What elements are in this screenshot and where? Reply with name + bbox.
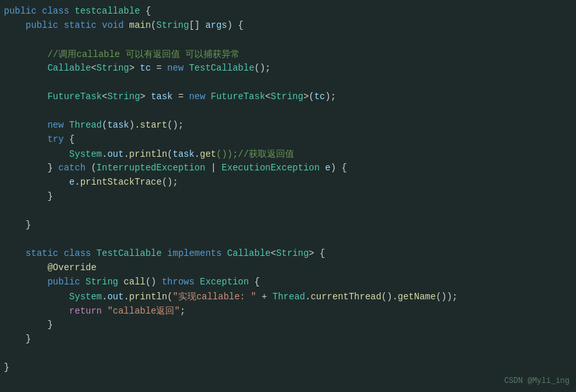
token: tc — [140, 63, 151, 73]
token: { — [63, 134, 75, 144]
token: task — [173, 149, 195, 159]
token: String — [271, 91, 303, 102]
code-line: return "callable返回"; — [0, 305, 576, 319]
token: @Override — [47, 262, 97, 273]
token: String — [108, 91, 140, 102]
line-content — [0, 34, 576, 45]
token: ) { — [227, 20, 244, 30]
token — [4, 20, 26, 30]
token: > { — [309, 248, 325, 259]
token — [4, 63, 47, 73]
line-content: try { — [0, 134, 576, 144]
token: ExecutionException — [222, 163, 319, 173]
line-content: //调用callable 可以有返回值 可以捕获异常 — [0, 49, 576, 60]
token: } — [26, 334, 31, 344]
token — [4, 191, 47, 202]
code-line: } — [0, 333, 576, 347]
token: } — [47, 319, 52, 330]
token: TestCallable — [189, 63, 255, 73]
line-content — [0, 77, 576, 87]
token: public — [26, 20, 64, 30]
line-content: } catch (InterruptedException | Executio… — [0, 163, 576, 173]
line-content: System.out.println(task.get());//获取返回值 — [0, 148, 576, 160]
token: out — [108, 149, 124, 159]
token: testcallable — [75, 6, 140, 16]
line-content: } — [0, 191, 576, 202]
token: ()); — [436, 292, 458, 302]
token: Callable — [47, 63, 91, 73]
token: < — [91, 63, 96, 73]
token: task — [151, 91, 173, 102]
line-content — [0, 205, 576, 216]
code-line: Callable<String> tc = new TestCallable()… — [0, 62, 576, 76]
token — [4, 91, 47, 102]
line-content: return "callable返回"; — [0, 305, 576, 317]
token: String — [276, 248, 308, 259]
watermark: CSDN @Myli_ing — [504, 376, 570, 386]
token: >( — [303, 91, 314, 102]
token — [4, 220, 26, 230]
code-line: //调用callable 可以有返回值 可以捕获异常 — [0, 48, 576, 62]
line-content: } — [0, 220, 576, 230]
code-line: public String call() throws Exception { — [0, 276, 576, 290]
token: tc — [314, 91, 325, 102]
line-content: static class TestCallable implements Cal… — [0, 248, 576, 259]
token: class — [42, 6, 75, 16]
token — [4, 177, 69, 187]
code-line: e.printStackTrace(); — [0, 176, 576, 190]
token: } — [47, 163, 58, 173]
code-line — [0, 233, 576, 248]
token: e — [325, 163, 330, 173]
token: getName — [398, 292, 436, 302]
token: . — [102, 149, 107, 159]
code-line: } — [0, 319, 576, 333]
token: ());//获取返回值 — [216, 149, 294, 159]
code-line: public class testcallable { — [0, 5, 576, 19]
token: String — [97, 63, 129, 73]
code-line — [0, 76, 576, 91]
token — [4, 49, 47, 60]
line-content: } — [0, 334, 576, 344]
token: ) { — [330, 163, 347, 173]
token — [4, 262, 47, 273]
code-line: public static void main(String[] args) { — [0, 19, 576, 34]
token — [4, 334, 26, 344]
token: main — [129, 20, 151, 30]
token: //调用callable 可以有返回值 可以捕获异常 — [47, 49, 240, 60]
token: System — [69, 292, 102, 302]
code-line — [0, 34, 576, 48]
token: new — [189, 91, 211, 102]
token: < — [265, 91, 270, 102]
token: < — [271, 248, 276, 259]
line-content: public String call() throws Exception { — [0, 277, 576, 287]
token: get — [200, 149, 216, 159]
token: implements — [167, 248, 227, 259]
token: ( — [151, 20, 156, 30]
code-line — [0, 105, 576, 119]
token — [4, 149, 69, 159]
token: { — [249, 277, 260, 287]
token: ; — [180, 306, 185, 316]
token: } — [4, 362, 9, 373]
token: TestCallable — [97, 248, 162, 259]
token: > — [140, 91, 151, 102]
code-editor: public class testcallable { public stati… — [0, 0, 576, 392]
token: < — [102, 91, 107, 102]
token: throws — [162, 277, 200, 287]
token — [4, 292, 69, 302]
token: } — [26, 220, 31, 230]
token: class — [63, 248, 96, 259]
token — [4, 277, 47, 287]
token — [4, 163, 47, 173]
code-line: try { — [0, 133, 576, 148]
token: String — [156, 20, 189, 30]
token: call — [124, 277, 146, 287]
line-content: @Override — [0, 262, 576, 273]
token: Callable — [227, 248, 271, 259]
line-content: } — [0, 319, 576, 330]
token: ( — [167, 149, 172, 159]
token: new — [167, 63, 189, 73]
token: currentThread — [310, 292, 381, 302]
line-content: public class testcallable { — [0, 6, 576, 16]
code-line: } — [0, 190, 576, 205]
